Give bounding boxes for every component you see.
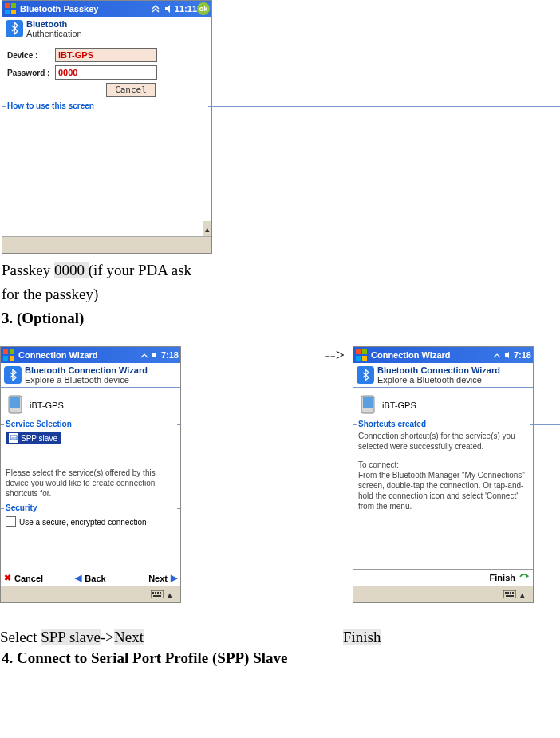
start-icon[interactable] — [4, 2, 17, 15]
sip-up-icon[interactable]: ▴ — [168, 590, 172, 600]
arrow-separator: --> — [181, 346, 353, 365]
svg-rect-6 — [151, 590, 164, 598]
shortcuts-msg2a: To connect: — [358, 460, 528, 470]
screenshot-passkey: Bluetooth Passkey 11:11 ok Bluetooth Aut… — [2, 0, 212, 254]
svg-rect-13 — [363, 397, 373, 408]
clock: 7:18 — [161, 350, 179, 360]
bluetooth-icon — [6, 20, 23, 37]
volume-icon — [504, 351, 512, 359]
svg-point-5 — [14, 437, 15, 438]
titlebar: Connection Wizard 7:18 — [353, 347, 533, 363]
svg-rect-14 — [503, 590, 516, 598]
device-field[interactable] — [55, 48, 157, 62]
cancel-button[interactable]: Cancel — [14, 574, 43, 583]
cancel-button[interactable]: Cancel — [106, 83, 156, 97]
ok-button[interactable]: ok — [197, 2, 210, 15]
device-name: iBT-GPS — [30, 401, 64, 410]
next-arrow-icon[interactable]: ▶ — [171, 573, 177, 583]
back-button[interactable]: Back — [85, 574, 105, 583]
volume-icon — [152, 351, 160, 359]
secure-checkbox[interactable] — [6, 516, 16, 527]
keyboard-icon[interactable] — [151, 590, 164, 598]
svg-rect-10 — [160, 592, 161, 594]
screenshot-wizard-finish: Connection Wizard 7:18 Bluetooth — [353, 346, 534, 603]
header-subtitle: Explore a Bluetooth device — [25, 375, 148, 385]
connection-icon — [493, 351, 501, 359]
svg-rect-19 — [506, 595, 514, 597]
header-subtitle: Explore a Bluetooth device — [377, 375, 500, 385]
secure-label: Use a secure, encrypted connection — [19, 518, 147, 527]
window-title: Bluetooth Passkey — [20, 4, 98, 14]
device-name: iBT-GPS — [382, 401, 416, 410]
finish-arrow-icon[interactable] — [519, 572, 530, 583]
start-icon[interactable] — [2, 349, 15, 361]
password-field[interactable] — [55, 65, 157, 80]
shortcuts-msg1: Connection shortcut(s) for the service(s… — [358, 431, 528, 452]
caption-finish: Finish — [343, 629, 560, 646]
window-title: Connection Wizard — [371, 350, 451, 360]
heading-4: 4. Connect to Serial Port Profile (SPP) … — [2, 646, 558, 670]
pda-device-icon — [358, 394, 377, 416]
connection-icon — [140, 351, 148, 359]
titlebar: Connection Wizard 7:18 — [1, 347, 180, 363]
device-label: Device : — [7, 51, 55, 60]
svg-point-4 — [13, 437, 14, 438]
svg-rect-9 — [157, 592, 159, 594]
screenshot-wizard-select: Connection Wizard 7:18 Bluetooth — [0, 346, 181, 603]
svg-rect-18 — [512, 592, 514, 594]
section-security: Security — [6, 503, 175, 512]
titlebar: Bluetooth Passkey 11:11 ok — [2, 1, 211, 17]
header-title: Bluetooth Connection Wizard — [377, 365, 500, 375]
serial-port-icon — [9, 433, 18, 443]
caption-select: Select SPP slave->Next — [0, 629, 343, 646]
svg-rect-17 — [510, 592, 511, 594]
start-icon[interactable] — [355, 349, 368, 361]
pda-device-icon — [6, 394, 25, 416]
header-title: Bluetooth Connection Wizard — [25, 365, 148, 375]
passkey-caption: Passkey 0000 (if your PDA ask — [2, 258, 558, 282]
section-howto: How to use this screen — [7, 101, 207, 110]
heading-3: 3. (Optional) — [2, 306, 558, 330]
shortcuts-msg2b: From the Bluetooth Manager "My Connectio… — [358, 470, 528, 511]
section-shortcuts: Shortcuts created — [358, 420, 528, 428]
scroll-up-icon[interactable]: ▴ — [203, 221, 211, 237]
svg-rect-7 — [152, 592, 154, 594]
bluetooth-icon — [357, 366, 374, 384]
password-label: Password : — [7, 69, 55, 77]
svg-rect-1 — [10, 397, 20, 408]
connection-icon — [151, 4, 160, 14]
service-note: Please select the service(s) offered by … — [6, 468, 175, 499]
keyboard-icon[interactable] — [503, 590, 516, 598]
svg-rect-15 — [505, 592, 507, 594]
clock: 11:11 — [175, 4, 197, 14]
volume-icon — [164, 4, 173, 14]
clock: 7:18 — [514, 350, 531, 360]
next-button[interactable]: Next — [148, 574, 168, 583]
section-service: Service Selection — [6, 420, 175, 428]
spp-slave-item[interactable]: SPP slave — [6, 432, 61, 444]
back-arrow-icon[interactable]: ◀ — [75, 573, 81, 583]
cancel-icon[interactable]: ✖ — [4, 573, 11, 583]
header-title: Bluetooth — [26, 19, 82, 29]
window-title: Connection Wizard — [18, 350, 98, 360]
svg-point-3 — [11, 437, 12, 438]
sip-bar — [2, 236, 211, 253]
svg-rect-11 — [153, 595, 161, 597]
finish-button[interactable]: Finish — [490, 573, 515, 582]
sip-up-icon[interactable]: ▴ — [520, 590, 525, 600]
header-subtitle: Authentication — [26, 29, 82, 38]
header-band: Bluetooth Authentication — [2, 17, 211, 41]
passkey-caption-2: for the passkey) — [2, 282, 558, 306]
bluetooth-icon — [4, 366, 22, 384]
svg-rect-8 — [155, 592, 156, 594]
svg-rect-16 — [507, 592, 509, 594]
